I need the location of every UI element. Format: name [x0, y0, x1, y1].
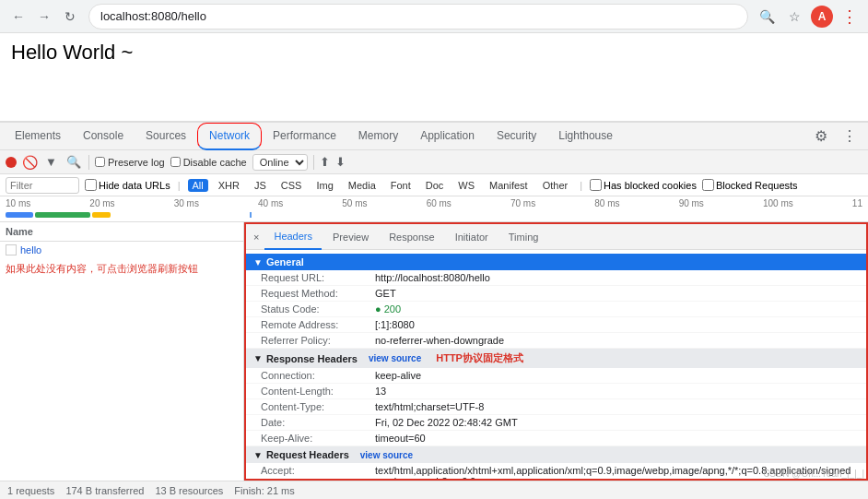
tab-console[interactable]: Console [72, 123, 135, 150]
request-method-key: Request Method: [261, 288, 371, 299]
general-status-code-row: Status Code: ● 200 [246, 302, 866, 317]
devtools-more-icon[interactable]: ⋮ [835, 127, 864, 145]
hide-data-urls-checkbox[interactable] [85, 179, 97, 191]
filter-font-btn[interactable]: Font [386, 179, 416, 192]
request-headers-section-header[interactable]: ▼ Request Headers view source [246, 446, 866, 463]
page-title: Hello World ~ [11, 41, 133, 64]
resp-content-length-val: 13 [375, 386, 851, 397]
request-headers-toggle-icon: ▼ [253, 450, 263, 460]
finish-time: Finish: 21 ms [234, 485, 294, 496]
filter-img-btn[interactable]: Img [311, 179, 337, 192]
export-icon[interactable]: ⬇ [335, 155, 346, 169]
timeline-labels: 10 ms 20 ms 30 ms 40 ms 50 ms 60 ms 70 m… [0, 198, 868, 208]
filter-js-btn[interactable]: JS [250, 179, 271, 192]
filter-css-btn[interactable]: CSS [276, 179, 307, 192]
filter-media-btn[interactable]: Media [344, 179, 381, 192]
filter-xhr-btn[interactable]: XHR [214, 179, 244, 192]
tab-performance[interactable]: Performance [262, 123, 347, 150]
page-content: Hello World ~ [0, 33, 868, 72]
referrer-policy-key: Referrer Policy: [261, 335, 371, 346]
status-code-key: Status Code: [261, 303, 371, 315]
left-panel: Name hello 如果此处没有内容，可点击浏览器刷新按钮 [0, 222, 244, 481]
resp-content-type-key: Content-Type: [261, 401, 371, 412]
has-blocked-cookies-checkbox[interactable] [590, 179, 602, 191]
blocked-requests-checkbox[interactable] [702, 179, 714, 191]
annotation-text: 如果此处没有内容，可点击浏览器刷新按钮 [0, 258, 243, 279]
preserve-log-checkbox[interactable] [95, 157, 105, 167]
tab-headers[interactable]: Headers [264, 224, 322, 250]
filter-manifest-btn[interactable]: Manifest [485, 179, 533, 192]
tab-response[interactable]: Response [380, 224, 444, 250]
search-icon[interactable]: 🔍 [756, 6, 778, 28]
filter-other-btn[interactable]: Other [538, 179, 573, 192]
requests-count: 1 requests [7, 485, 54, 496]
tab-initiator[interactable]: Initiator [446, 224, 498, 250]
devtools-tabs: Elements Console Sources Network Perform… [0, 123, 868, 150]
tab-sources[interactable]: Sources [135, 123, 197, 150]
close-panel-icon[interactable]: × [250, 232, 263, 243]
resp-content-type-row: Content-Type: text/html;charset=UTF-8 [246, 399, 866, 415]
general-toggle-icon: ▼ [253, 257, 263, 267]
filter-ws-btn[interactable]: WS [453, 179, 479, 192]
filter-doc-btn[interactable]: Doc [421, 179, 449, 192]
filter-input[interactable] [6, 177, 79, 194]
preserve-log-label[interactable]: Preserve log [95, 157, 165, 168]
response-headers-section-header[interactable]: ▼ Response Headers view source HTTP协议固定格… [246, 349, 866, 368]
general-remote-address-row: Remote Address: [:1]:8080 [246, 317, 866, 333]
tab-lighthouse[interactable]: Lighthouse [547, 123, 624, 150]
right-panel-tabs: × Headers Preview Response Initiator Tim… [246, 224, 866, 250]
nav-buttons: ← → ↻ [7, 6, 81, 28]
blocked-requests-label[interactable]: Blocked Requests [702, 179, 798, 191]
filter-all-btn[interactable]: All [188, 179, 208, 192]
tab-timing[interactable]: Timing [499, 224, 548, 250]
star-icon[interactable]: ☆ [783, 6, 805, 28]
referrer-policy-val: no-referrer-when-downgrade [375, 335, 851, 346]
request-headers-view-source[interactable]: view source [360, 450, 413, 460]
headers-content: ▼ General Request URL: http://localhost:… [246, 250, 866, 479]
request-url-val: http://localhost:8080/hello [375, 272, 851, 283]
tab-application[interactable]: Application [409, 123, 486, 150]
back-button[interactable]: ← [7, 6, 29, 28]
more-icon[interactable]: ⋮ [839, 6, 861, 28]
status-bar: 1 requests 174 B transferred 13 B resour… [0, 481, 868, 499]
network-row-hello[interactable]: hello [0, 242, 243, 258]
search-network-icon[interactable]: 🔍 [65, 155, 83, 169]
http-annotation: HTTP协议固定格式 [436, 351, 523, 365]
settings-icon[interactable]: ⚙ [807, 127, 835, 145]
resp-content-length-row: Content-Length: 13 [246, 384, 866, 399]
tab-elements[interactable]: Elements [4, 123, 72, 150]
status-code-val: ● 200 [375, 303, 851, 315]
network-toolbar: 🚫 ▼ 🔍 Preserve log Disable cache Online … [0, 150, 868, 174]
general-request-url-row: Request URL: http://localhost:8080/hello [246, 270, 866, 286]
browser-toolbar: ← → ↻ localhost:8080/hello 🔍 ☆ A ⋮ [0, 0, 868, 33]
forward-button[interactable]: → [33, 6, 55, 28]
has-blocked-cookies-label[interactable]: Has blocked cookies [590, 179, 697, 191]
disable-cache-label[interactable]: Disable cache [170, 157, 247, 168]
filter-icon[interactable]: ▼ [43, 155, 59, 169]
left-panel-header: Name [0, 222, 243, 242]
disable-cache-checkbox[interactable] [170, 157, 181, 167]
resources-size: 13 B resources [155, 485, 223, 496]
right-panel: × Headers Preview Response Initiator Tim… [244, 222, 868, 481]
address-bar[interactable]: localhost:8080/hello [88, 4, 748, 30]
remote-address-val: [:1]:8080 [375, 319, 851, 330]
throttle-select[interactable]: Online [252, 154, 308, 171]
refresh-button[interactable]: ↻ [59, 6, 81, 28]
tab-preview[interactable]: Preview [323, 224, 378, 250]
tab-security[interactable]: Security [486, 123, 547, 150]
hide-data-urls-label[interactable]: Hide data URLs [85, 179, 170, 191]
url-text: localhost:8080/hello [100, 9, 206, 23]
record-button[interactable] [6, 157, 17, 168]
request-method-val: GET [375, 288, 851, 299]
watermark: CSDN @Oh...Yeah_|_|_| [763, 469, 864, 479]
tab-memory[interactable]: Memory [347, 123, 409, 150]
response-headers-view-source[interactable]: view source [369, 353, 421, 363]
row-name: hello [20, 244, 238, 255]
account-icon[interactable]: A [811, 6, 833, 28]
general-label: General [266, 256, 304, 267]
general-request-method-row: Request Method: GET [246, 286, 866, 302]
tab-network[interactable]: Network [197, 123, 262, 150]
clear-button[interactable]: 🚫 [22, 155, 38, 170]
import-icon[interactable]: ⬆ [320, 155, 330, 169]
general-section-header[interactable]: ▼ General [246, 254, 866, 270]
